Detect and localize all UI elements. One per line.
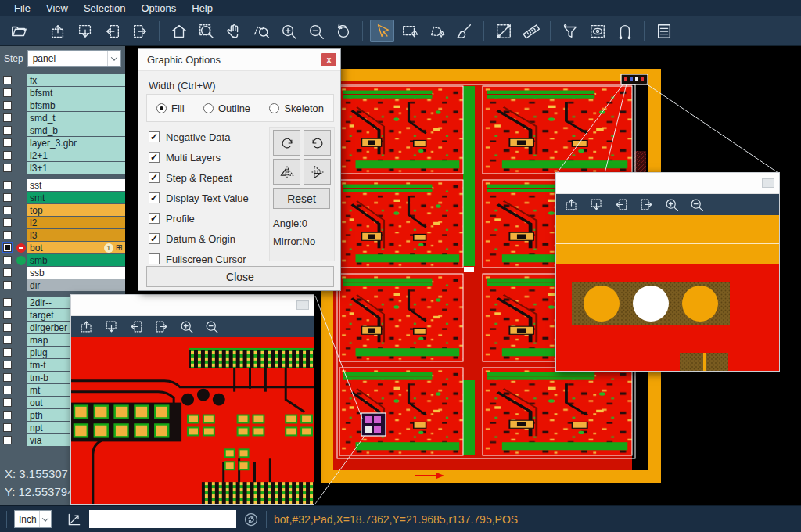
view-options-button[interactable]	[585, 20, 609, 42]
checkbox-display-text-value[interactable]: ✓Display Text Value	[149, 188, 249, 208]
pan-hand-button[interactable]	[221, 20, 246, 42]
magnifier-title-bar[interactable]	[556, 173, 779, 194]
home-button[interactable]	[167, 20, 191, 42]
layer-checkbox[interactable]	[3, 126, 12, 135]
layer-row-smt[interactable]: smt	[0, 192, 125, 203]
close-button[interactable]: Close	[146, 266, 334, 287]
layer-checkbox[interactable]	[3, 151, 12, 160]
layer-checkbox[interactable]	[3, 298, 12, 307]
layer-checkbox[interactable]	[3, 138, 12, 147]
unit-select[interactable]: Inch	[14, 510, 52, 528]
layer-checkbox[interactable]	[3, 336, 12, 344]
pan-right-button[interactable]	[128, 20, 152, 42]
dialog-title-bar[interactable]: Graphic Options x	[138, 49, 340, 71]
zoom-previous-button[interactable]	[331, 20, 355, 42]
layer-checkbox[interactable]	[3, 218, 12, 227]
layer-checkbox[interactable]	[3, 113, 12, 122]
layer-row-l3+1[interactable]: l3+1	[0, 162, 125, 174]
pan-right-icon[interactable]	[639, 197, 654, 212]
checkbox-multi-layers[interactable]: ✓Multi Layers	[149, 147, 249, 167]
rotate-ccw-button[interactable]	[304, 130, 331, 156]
mirror-vertical-button[interactable]	[273, 159, 300, 185]
layer-checkbox[interactable]	[3, 348, 12, 357]
layer-row-bfsmb[interactable]: bfsmb	[0, 99, 125, 111]
step-select[interactable]: panel	[27, 50, 121, 67]
brush-button[interactable]	[452, 20, 476, 42]
layer-checkbox[interactable]	[3, 323, 12, 332]
pan-down-icon[interactable]	[589, 197, 604, 212]
zoom-in-button[interactable]	[276, 20, 300, 42]
layer-checkbox[interactable]	[3, 281, 12, 289]
layer-row-ssb[interactable]: ssb	[0, 267, 125, 279]
layer-checkbox[interactable]	[3, 231, 12, 239]
layer-row-bfsmt[interactable]: bfsmt	[0, 87, 125, 99]
layer-checkbox[interactable]	[3, 101, 12, 110]
zoom-out-icon[interactable]	[689, 197, 704, 212]
mirror-horizontal-button[interactable]	[304, 159, 331, 185]
layer-checkbox[interactable]	[3, 386, 12, 394]
reset-button[interactable]: Reset	[273, 188, 330, 209]
menu-item-view[interactable]: View	[38, 2, 76, 15]
pan-down-button[interactable]	[73, 20, 97, 42]
measure-distance-button[interactable]	[491, 20, 515, 42]
zoom-out-button[interactable]	[304, 20, 328, 42]
layer-checkbox[interactable]	[3, 164, 12, 172]
report-button[interactable]	[652, 20, 676, 42]
checkbox-negative-data[interactable]: ✓Negative Data	[149, 127, 249, 147]
magnifier-title-bar[interactable]	[71, 295, 314, 316]
layer-checkbox[interactable]	[3, 398, 12, 407]
radio-skeleton[interactable]: Skeleton	[269, 102, 324, 114]
checkbox-profile[interactable]: ✓Profile	[149, 208, 249, 228]
menu-item-options[interactable]: Options	[133, 2, 184, 15]
pan-left-icon[interactable]	[129, 319, 144, 334]
layer-row-layer_3.gbr[interactable]: layer_3.gbr	[0, 137, 125, 149]
layer-checkbox[interactable]	[3, 361, 12, 369]
layer-checkbox[interactable]	[3, 423, 12, 432]
zoom-out-icon[interactable]	[204, 319, 219, 334]
layer-row-smb[interactable]: smb	[0, 254, 125, 266]
menu-item-help[interactable]: Help	[184, 2, 221, 15]
layer-checkbox[interactable]	[3, 206, 12, 214]
magnifier-window-corner[interactable]	[555, 172, 780, 372]
layer-checkbox[interactable]	[3, 88, 12, 97]
pan-left-icon[interactable]	[614, 197, 629, 212]
layer-checkbox[interactable]	[3, 411, 12, 419]
layer-checkbox[interactable]	[3, 373, 12, 382]
pan-left-button[interactable]	[100, 20, 124, 42]
zoom-polygon-button[interactable]	[249, 20, 273, 42]
pan-up-button[interactable]	[45, 20, 70, 42]
layer-checkbox[interactable]	[3, 311, 12, 319]
zoom-window-button[interactable]	[194, 20, 218, 42]
window-button[interactable]	[296, 300, 309, 310]
window-button[interactable]	[762, 178, 774, 188]
select-rect-button[interactable]	[397, 20, 422, 42]
menu-item-selection[interactable]: Selection	[76, 2, 133, 15]
layer-checkbox[interactable]	[3, 181, 12, 189]
command-input[interactable]	[89, 510, 236, 528]
layer-row-dir[interactable]: dir	[0, 279, 125, 291]
radio-outline[interactable]: Outline	[203, 102, 250, 114]
open-button[interactable]	[6, 20, 31, 42]
layer-row-bot[interactable]: bot1⊞	[0, 242, 125, 253]
close-icon[interactable]: x	[321, 53, 336, 66]
layer-row-fx[interactable]: fx	[0, 74, 125, 86]
angle-measure-icon[interactable]	[66, 512, 82, 527]
layer-checkbox[interactable]	[3, 243, 12, 252]
select-polygon-button[interactable]	[425, 20, 449, 42]
layer-row-l2[interactable]: l2	[0, 217, 125, 228]
layer-checkbox[interactable]	[3, 268, 12, 277]
pan-down-icon[interactable]	[104, 319, 119, 334]
pan-up-icon[interactable]	[564, 197, 579, 212]
magnifier-content-pcb-detail[interactable]	[71, 337, 314, 504]
layer-checkbox[interactable]	[3, 256, 12, 264]
pan-right-icon[interactable]	[154, 319, 169, 334]
layer-row-sst[interactable]: sst	[0, 179, 125, 191]
menu-item-file[interactable]: File	[6, 2, 38, 15]
layer-row-l3[interactable]: l3	[0, 229, 125, 241]
layer-checkbox[interactable]	[3, 436, 12, 444]
layer-row-top[interactable]: top	[0, 204, 125, 216]
magnifier-window-detail[interactable]	[70, 294, 314, 505]
radio-fill[interactable]: Fill	[156, 102, 185, 114]
layer-row-l2+1[interactable]: l2+1	[0, 149, 125, 161]
select-cursor-button[interactable]	[370, 20, 394, 42]
